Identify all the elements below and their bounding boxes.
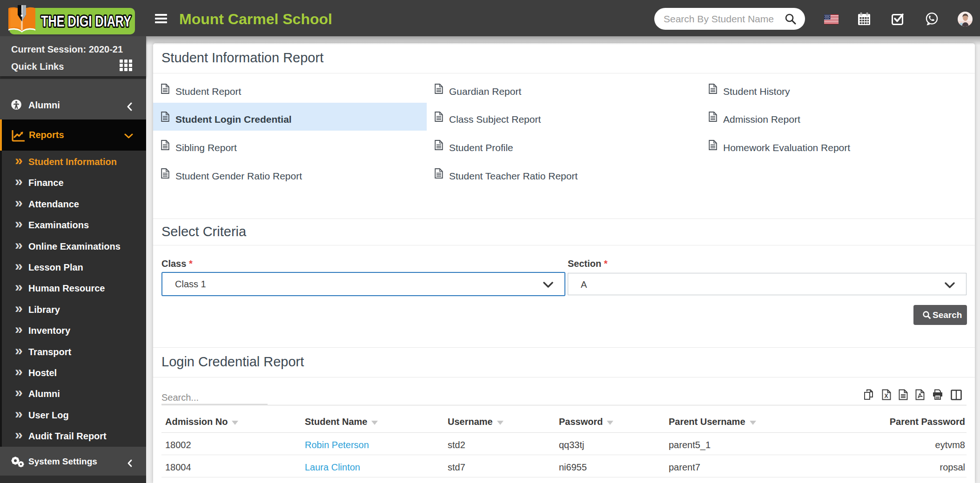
svg-text:X: X xyxy=(884,393,888,399)
svg-text:THE DIGI DIARY: THE DIGI DIARY xyxy=(41,12,131,30)
